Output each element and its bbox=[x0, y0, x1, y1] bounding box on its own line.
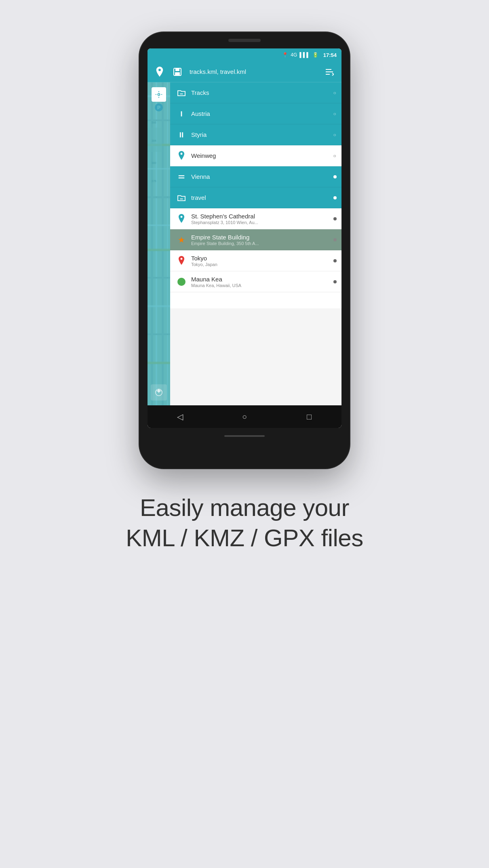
weinweg-title: Weinweg bbox=[191, 152, 329, 159]
pin-icon[interactable] bbox=[151, 63, 169, 81]
mauna-kea-dot bbox=[333, 280, 337, 283]
tokyo-text: Tokyo Tokyo, Japan bbox=[188, 255, 333, 267]
map-sidebar: P 390 386 384 380 376 bbox=[148, 82, 170, 405]
vienna-title: Vienna bbox=[191, 173, 330, 180]
empire-state-dot bbox=[333, 238, 337, 241]
pin-teal-icon bbox=[175, 212, 188, 225]
home-button[interactable]: ○ bbox=[232, 409, 257, 425]
lines-three-icon bbox=[175, 170, 188, 183]
star-orange-icon: ★ bbox=[175, 233, 188, 246]
tokyo-dot bbox=[333, 259, 337, 262]
styria-title: Styria bbox=[191, 131, 329, 138]
list-item-tracks[interactable]: Tracks ○ bbox=[170, 82, 341, 103]
recents-button[interactable]: □ bbox=[297, 409, 321, 425]
vienna-dot bbox=[333, 175, 337, 178]
sidebar-overlay bbox=[148, 82, 170, 405]
list-item-cathedral[interactable]: St. Stephen's Cathedral Stephansplatz 3,… bbox=[170, 208, 341, 229]
pin-blue-icon bbox=[175, 149, 188, 162]
austria-text: Austria bbox=[188, 110, 333, 117]
styria-dot: ○ bbox=[333, 133, 337, 137]
save-icon[interactable] bbox=[169, 63, 186, 81]
line-double-icon bbox=[175, 128, 188, 141]
list-item-travel[interactable]: travel bbox=[170, 187, 341, 208]
list-item-styria[interactable]: Styria ○ bbox=[170, 124, 341, 145]
phone-top-bar bbox=[139, 32, 350, 48]
sort-icon[interactable] bbox=[320, 63, 338, 81]
list-item-tokyo[interactable]: Tokyo Tokyo, Japan bbox=[170, 250, 341, 271]
folder-minus-icon bbox=[175, 86, 188, 99]
mauna-kea-subtitle: Mauna Kea, Hawaii, USA bbox=[191, 283, 330, 288]
layers-button[interactable] bbox=[151, 384, 167, 400]
cathedral-text: St. Stephen's Cathedral Stephansplatz 3,… bbox=[188, 213, 333, 225]
svg-point-30 bbox=[158, 94, 160, 96]
status-time: 17:54 bbox=[323, 52, 337, 58]
weinweg-dot: ○ bbox=[333, 154, 337, 158]
cathedral-title: St. Stephen's Cathedral bbox=[191, 213, 330, 220]
mauna-kea-title: Mauna Kea bbox=[191, 276, 330, 283]
locate-button[interactable] bbox=[152, 87, 166, 102]
tracks-text: Tracks bbox=[188, 89, 333, 96]
list-bottom-spacer bbox=[170, 292, 341, 308]
status-icons: 📍 4G ▌▌▌ 🔋 17:54 bbox=[282, 52, 337, 58]
list-item-empire-state[interactable]: ★ Empire State Building Empire State Bui… bbox=[170, 229, 341, 250]
caption-text: Easily manage your KML / KMZ / GPX files bbox=[126, 493, 363, 553]
list-item-weinweg[interactable]: Weinweg ○ bbox=[170, 145, 341, 166]
back-button[interactable]: ◁ bbox=[168, 409, 192, 425]
map-area: P 390 386 384 380 376 bbox=[148, 82, 170, 405]
empire-state-title: Empire State Building bbox=[191, 234, 330, 241]
tokyo-subtitle: Tokyo, Japan bbox=[191, 262, 330, 267]
phone-screen: 📍 4G ▌▌▌ 🔋 17:54 tracks.kml, bbox=[148, 48, 341, 428]
phone-speaker bbox=[228, 39, 261, 42]
location-icon: 📍 bbox=[282, 52, 288, 58]
circle-green-icon bbox=[175, 275, 188, 288]
cathedral-dot bbox=[333, 217, 337, 220]
phone-device: 📍 4G ▌▌▌ 🔋 17:54 tracks.kml, bbox=[139, 32, 350, 468]
bottom-navigation: ◁ ○ □ bbox=[148, 405, 341, 428]
caption-line2: KML / KMZ / GPX files bbox=[126, 524, 363, 551]
list-area: Tracks ○ Austria ○ bbox=[170, 82, 341, 405]
folder-travel-icon bbox=[175, 191, 188, 204]
status-bar: 📍 4G ▌▌▌ 🔋 17:54 bbox=[148, 48, 341, 61]
caption-line1: Easily manage your bbox=[140, 494, 349, 521]
pin-red-icon bbox=[175, 254, 188, 267]
battery-icon: 🔋 bbox=[312, 52, 318, 58]
line-single-icon bbox=[175, 107, 188, 120]
content-area: P 390 386 384 380 376 bbox=[148, 82, 341, 405]
svg-rect-2 bbox=[175, 72, 180, 75]
caption-section: Easily manage your KML / KMZ / GPX files bbox=[93, 493, 395, 553]
list-item-mauna-kea[interactable]: Mauna Kea Mauna Kea, Hawaii, USA bbox=[170, 271, 341, 292]
travel-dot bbox=[333, 196, 337, 199]
austria-dot: ○ bbox=[333, 112, 337, 116]
signal-bars: ▌▌▌ bbox=[299, 52, 310, 58]
tokyo-title: Tokyo bbox=[191, 255, 330, 262]
phone-bottom bbox=[224, 428, 265, 444]
austria-title: Austria bbox=[191, 110, 329, 117]
tracks-dot: ○ bbox=[333, 91, 337, 95]
empire-state-subtitle: Empire State Building, 350 5th A... bbox=[191, 241, 330, 246]
list-item-austria[interactable]: Austria ○ bbox=[170, 103, 341, 124]
travel-text: travel bbox=[188, 194, 333, 201]
svg-rect-1 bbox=[175, 68, 179, 71]
cathedral-subtitle: Stephansplatz 3, 1010 Wien, Au... bbox=[191, 220, 330, 225]
home-indicator bbox=[224, 435, 265, 437]
app-bar: tracks.kml, travel.kml bbox=[148, 61, 341, 82]
app-bar-title: tracks.kml, travel.kml bbox=[186, 68, 320, 75]
styria-text: Styria bbox=[188, 131, 333, 138]
vienna-text: Vienna bbox=[188, 173, 333, 180]
tracks-title: Tracks bbox=[191, 89, 329, 96]
mauna-kea-text: Mauna Kea Mauna Kea, Hawaii, USA bbox=[188, 276, 333, 288]
list-item-vienna[interactable]: Vienna bbox=[170, 166, 341, 187]
weinweg-text: Weinweg bbox=[188, 152, 333, 159]
signal-4g: 4G bbox=[291, 52, 297, 58]
travel-title: travel bbox=[191, 194, 330, 201]
empire-state-text: Empire State Building Empire State Build… bbox=[188, 234, 333, 246]
